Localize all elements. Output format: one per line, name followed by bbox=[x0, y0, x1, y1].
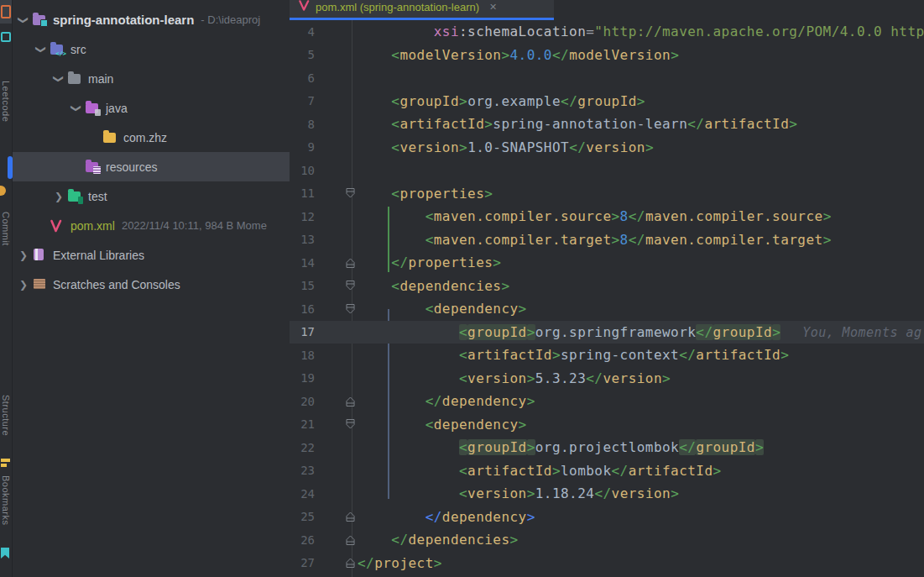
tool-button-project[interactable] bbox=[0, 0, 12, 24]
chevron-right-icon[interactable]: ❯ bbox=[17, 249, 30, 261]
project-tool-window: ❯spring-annotation-learn- D:\ideaproj❯</… bbox=[12, 0, 290, 577]
code-line-4: 4 xsi:schemaLocation="http://maven.apach… bbox=[290, 20, 924, 44]
token bbox=[358, 93, 391, 109]
tool-button-leetcode-label[interactable]: Leetcode bbox=[1, 81, 11, 122]
tree-row-src[interactable]: ❯</>src bbox=[12, 34, 290, 64]
token: </ bbox=[594, 485, 611, 501]
close-icon[interactable]: ✕ bbox=[489, 2, 497, 13]
token: : bbox=[459, 24, 467, 39]
tool-button-bookmarks-label[interactable]: Bookmarks bbox=[1, 475, 11, 526]
bookmarks-icon[interactable] bbox=[1, 548, 9, 559]
tool-button-structure-label[interactable]: Structure bbox=[1, 395, 11, 436]
structure-icon[interactable] bbox=[1, 459, 10, 467]
token: < bbox=[459, 324, 467, 340]
library-icon bbox=[32, 248, 48, 262]
tree-row-main[interactable]: ❯main bbox=[12, 64, 290, 93]
token: > bbox=[527, 509, 535, 525]
chevron-down-icon[interactable]: ❯ bbox=[17, 14, 30, 26]
chevron-down-icon[interactable]: ❯ bbox=[34, 44, 48, 55]
line-number: 14 bbox=[290, 256, 315, 270]
fold-marker-down[interactable] bbox=[315, 303, 358, 315]
token bbox=[358, 324, 459, 340]
fold-marker-up[interactable] bbox=[315, 511, 358, 522]
line-number: 21 bbox=[290, 417, 315, 431]
tab-title: pom.xml (spring-annotation-learn) bbox=[316, 1, 479, 13]
token: org.projectlombok bbox=[535, 439, 679, 455]
code-text: xsi:schemaLocation="http://maven.apache.… bbox=[358, 24, 924, 39]
token: org.example bbox=[467, 93, 561, 109]
token: > bbox=[612, 232, 620, 248]
token: > bbox=[823, 208, 832, 224]
code-line-24: 24 <version>1.18.24</version> bbox=[290, 482, 924, 506]
token: dependency bbox=[442, 509, 527, 525]
chevron-right-icon[interactable]: ❯ bbox=[17, 279, 30, 291]
code-line-17: 17 <groupId>org.springframework</groupId… bbox=[290, 321, 924, 344]
tree-row-label: resources bbox=[106, 160, 157, 174]
token: > bbox=[637, 93, 645, 109]
tool-button-commit-label[interactable]: Commit bbox=[1, 212, 11, 246]
token: < bbox=[459, 485, 467, 501]
token: spring-context bbox=[561, 347, 679, 363]
tree-row-resources[interactable]: resources bbox=[12, 152, 290, 181]
token: > bbox=[484, 116, 493, 132]
token: artifactId bbox=[467, 347, 552, 363]
notification-dot bbox=[0, 186, 6, 196]
token: > bbox=[527, 393, 535, 409]
fold-marker-down[interactable] bbox=[315, 280, 358, 291]
tool-button-leetcode[interactable] bbox=[0, 26, 12, 48]
chevron-down-icon[interactable]: ❯ bbox=[52, 73, 65, 85]
code-text: <dependencies> bbox=[358, 278, 924, 294]
resources-icon bbox=[85, 160, 101, 174]
token: < bbox=[459, 439, 467, 455]
tree-row-com-zhz[interactable]: com.zhz bbox=[12, 123, 290, 152]
tree-row-external-libraries[interactable]: ❯External Libraries bbox=[12, 240, 290, 270]
tree-row-pom-xml[interactable]: pom.xml2022/11/4 10:11, 984 B Mome bbox=[12, 211, 290, 240]
token: maven.compiler.target bbox=[645, 232, 823, 248]
token: </ bbox=[696, 324, 713, 340]
fold-marker-up[interactable] bbox=[315, 557, 358, 569]
tab-pom-xml[interactable]: pom.xml (spring-annotation-learn) ✕ bbox=[290, 0, 554, 20]
token: spring-annotation-learn bbox=[493, 116, 687, 132]
code-line-6: 6 bbox=[290, 66, 924, 90]
token: > bbox=[789, 116, 797, 132]
line-number: 24 bbox=[290, 487, 315, 501]
token: > bbox=[493, 254, 501, 270]
tree-row-label: java bbox=[106, 102, 128, 115]
tree-row-java[interactable]: ❯java bbox=[12, 93, 290, 123]
token bbox=[358, 139, 391, 155]
token bbox=[358, 439, 459, 455]
token: groupId bbox=[467, 439, 527, 455]
code-line-19: 19 <version>5.3.23</version> bbox=[290, 367, 924, 391]
fold-marker-up[interactable] bbox=[315, 534, 358, 546]
token: > bbox=[552, 347, 561, 363]
token: dependencies bbox=[409, 532, 510, 548]
line-number: 20 bbox=[290, 395, 315, 408]
token: </ bbox=[687, 116, 704, 132]
line-number: 26 bbox=[290, 533, 315, 547]
fold-marker-up[interactable] bbox=[315, 257, 358, 269]
code-text: <properties> bbox=[358, 186, 924, 202]
token bbox=[358, 254, 391, 270]
chevron-right-icon[interactable]: ❯ bbox=[52, 191, 65, 202]
tree-row-scratches-and-consoles[interactable]: ❯Scratches and Consoles bbox=[12, 270, 290, 299]
chevron-down-icon[interactable]: ❯ bbox=[70, 102, 83, 114]
fold-marker-down[interactable] bbox=[315, 418, 358, 430]
token: properties bbox=[399, 186, 484, 202]
line-number: 23 bbox=[290, 464, 315, 477]
fold-marker-up[interactable] bbox=[315, 396, 358, 407]
code-editor[interactable]: 4 xsi:schemaLocation="http://maven.apach… bbox=[290, 20, 924, 577]
token: </ bbox=[612, 463, 629, 479]
src-icon: </> bbox=[50, 42, 65, 56]
token: > bbox=[459, 93, 467, 109]
token: artifactId bbox=[704, 116, 789, 132]
code-line-18: 18 <artifactId>spring-context</artifactI… bbox=[290, 344, 924, 367]
token bbox=[358, 393, 425, 409]
line-number: 10 bbox=[290, 164, 315, 177]
tree-row-spring-annotation-learn[interactable]: ❯spring-annotation-learn- D:\ideaproj bbox=[12, 5, 290, 34]
tree-row-test[interactable]: ❯test bbox=[12, 181, 290, 211]
token: > bbox=[713, 463, 722, 479]
ide-window: Leetcode Commit Structure Bookmarks ❯spr… bbox=[0, 0, 924, 577]
token: < bbox=[425, 232, 434, 248]
fold-marker-down[interactable] bbox=[315, 187, 358, 199]
token: > bbox=[671, 485, 679, 501]
